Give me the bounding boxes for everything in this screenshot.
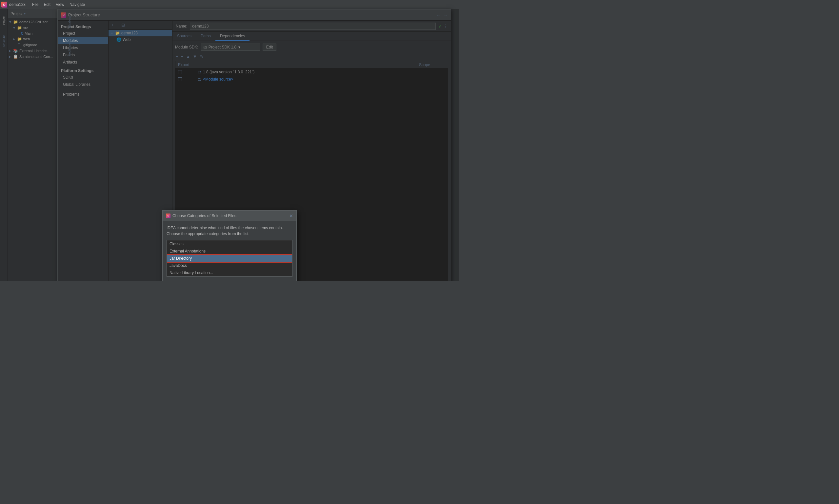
menu-navigate[interactable]: Navigate <box>67 2 88 7</box>
menu-file[interactable]: File <box>30 2 41 7</box>
menu-edit[interactable]: Edit <box>41 2 53 7</box>
category-classes[interactable]: Classes <box>167 240 292 248</box>
menu-view[interactable]: View <box>53 2 67 7</box>
modal-close-button[interactable]: ✕ <box>289 213 293 218</box>
categories-list: Classes External Annotations Jar Directo… <box>167 240 292 277</box>
app-logo: IJ <box>1 2 7 7</box>
project-name-label: demo123 <box>9 2 25 7</box>
category-javadocs[interactable]: JavaDocs <box>167 262 292 269</box>
category-external-annotations[interactable]: External Annotations <box>167 248 292 255</box>
modal-header: IJ Choose Categories of Selected Files ✕ <box>162 211 296 221</box>
modal-title: Choose Categories of Selected Files <box>172 214 236 218</box>
modal-description: IDEA cannot determine what kind of files… <box>167 225 292 237</box>
modal-app-icon: IJ <box>166 214 171 218</box>
modal-overlay: IJ Choose Categories of Selected Files ✕… <box>0 9 459 281</box>
category-native-library[interactable]: Native Library Location... <box>167 269 292 276</box>
choose-categories-dialog: IJ Choose Categories of Selected Files ✕… <box>162 210 297 281</box>
modal-body: IDEA cannot determine what kind of files… <box>162 221 296 281</box>
category-jar-directory[interactable]: Jar Directory <box>167 255 292 262</box>
